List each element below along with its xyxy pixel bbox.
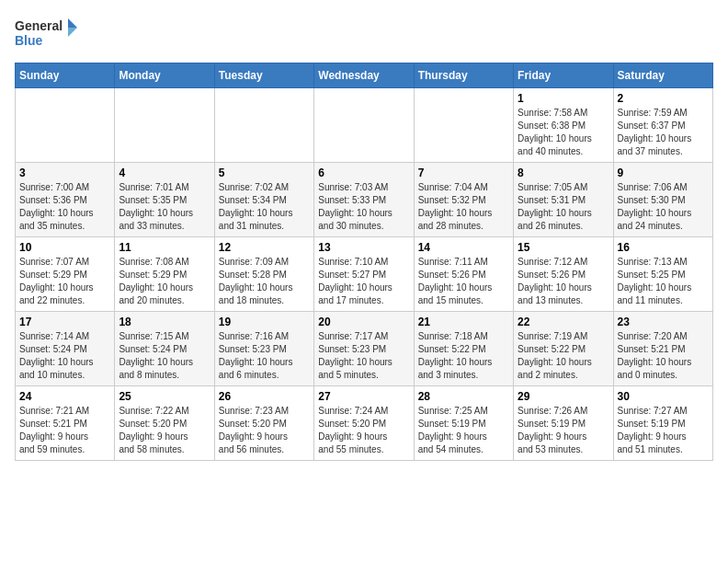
day-info: Sunrise: 7:13 AM Sunset: 5:25 PM Dayligh… [618, 256, 709, 307]
day-number: 25 [119, 390, 210, 403]
calendar-cell: 23Sunrise: 7:20 AM Sunset: 5:21 PM Dayli… [613, 312, 712, 386]
day-number: 10 [19, 241, 110, 254]
weekday-sunday: Sunday [16, 63, 115, 88]
calendar-cell: 4Sunrise: 7:01 AM Sunset: 5:35 PM Daylig… [115, 163, 214, 237]
day-number: 29 [518, 390, 609, 403]
day-number: 21 [418, 316, 509, 328]
header: GeneralBlue [15, 15, 713, 52]
day-number: 7 [418, 167, 509, 179]
calendar-cell [414, 88, 513, 163]
day-number: 9 [618, 167, 709, 179]
day-number: 12 [219, 241, 310, 254]
calendar-cell: 25Sunrise: 7:22 AM Sunset: 5:20 PM Dayli… [115, 386, 214, 461]
calendar-cell: 14Sunrise: 7:11 AM Sunset: 5:26 PM Dayli… [414, 237, 513, 312]
day-number: 15 [518, 241, 609, 254]
day-info: Sunrise: 7:10 AM Sunset: 5:27 PM Dayligh… [318, 256, 409, 307]
calendar: SundayMondayTuesdayWednesdayThursdayFrid… [15, 63, 713, 461]
calendar-cell [314, 88, 414, 163]
day-number: 3 [19, 167, 110, 179]
svg-text:General: General [15, 18, 63, 33]
calendar-cell: 10Sunrise: 7:07 AM Sunset: 5:29 PM Dayli… [16, 237, 115, 312]
calendar-cell: 20Sunrise: 7:17 AM Sunset: 5:23 PM Dayli… [314, 312, 414, 386]
day-number: 1 [518, 92, 609, 105]
day-number: 19 [219, 316, 310, 328]
day-info: Sunrise: 7:27 AM Sunset: 5:19 PM Dayligh… [618, 405, 709, 456]
day-number: 13 [318, 241, 409, 254]
day-info: Sunrise: 7:03 AM Sunset: 5:33 PM Dayligh… [318, 181, 409, 233]
calendar-cell: 18Sunrise: 7:15 AM Sunset: 5:24 PM Dayli… [115, 312, 214, 386]
calendar-week-2: 3Sunrise: 7:00 AM Sunset: 5:36 PM Daylig… [16, 163, 713, 237]
weekday-monday: Monday [115, 63, 214, 88]
calendar-cell: 13Sunrise: 7:10 AM Sunset: 5:27 PM Dayli… [314, 237, 414, 312]
calendar-cell [16, 88, 115, 163]
day-info: Sunrise: 7:11 AM Sunset: 5:26 PM Dayligh… [418, 256, 509, 307]
calendar-body: 1Sunrise: 7:58 AM Sunset: 6:38 PM Daylig… [16, 88, 713, 461]
weekday-header-row: SundayMondayTuesdayWednesdayThursdayFrid… [16, 63, 713, 88]
day-info: Sunrise: 7:20 AM Sunset: 5:21 PM Dayligh… [618, 330, 709, 382]
day-number: 6 [318, 167, 409, 179]
calendar-cell: 5Sunrise: 7:02 AM Sunset: 5:34 PM Daylig… [214, 163, 313, 237]
svg-marker-2 [68, 18, 77, 28]
day-number: 16 [618, 241, 709, 254]
day-number: 17 [19, 316, 110, 328]
day-number: 23 [618, 316, 709, 328]
day-info: Sunrise: 7:23 AM Sunset: 5:20 PM Dayligh… [219, 405, 310, 456]
calendar-cell: 9Sunrise: 7:06 AM Sunset: 5:30 PM Daylig… [613, 163, 712, 237]
svg-marker-3 [68, 28, 77, 37]
svg-text:Blue: Blue [15, 33, 43, 48]
calendar-header: SundayMondayTuesdayWednesdayThursdayFrid… [16, 63, 713, 88]
day-number: 5 [219, 167, 310, 179]
day-info: Sunrise: 7:16 AM Sunset: 5:23 PM Dayligh… [219, 330, 310, 382]
day-number: 18 [119, 316, 210, 328]
calendar-cell: 19Sunrise: 7:16 AM Sunset: 5:23 PM Dayli… [214, 312, 313, 386]
calendar-cell: 22Sunrise: 7:19 AM Sunset: 5:22 PM Dayli… [514, 312, 613, 386]
calendar-week-1: 1Sunrise: 7:58 AM Sunset: 6:38 PM Daylig… [16, 88, 713, 163]
day-info: Sunrise: 7:04 AM Sunset: 5:32 PM Dayligh… [418, 181, 509, 233]
day-info: Sunrise: 7:14 AM Sunset: 5:24 PM Dayligh… [19, 330, 110, 382]
day-number: 26 [219, 390, 310, 403]
day-number: 28 [418, 390, 509, 403]
calendar-cell [115, 88, 214, 163]
logo: GeneralBlue [15, 15, 79, 52]
weekday-saturday: Saturday [613, 63, 712, 88]
weekday-tuesday: Tuesday [214, 63, 313, 88]
day-number: 30 [618, 390, 709, 403]
day-info: Sunrise: 7:15 AM Sunset: 5:24 PM Dayligh… [119, 330, 210, 382]
day-info: Sunrise: 7:00 AM Sunset: 5:36 PM Dayligh… [19, 181, 110, 233]
day-info: Sunrise: 7:05 AM Sunset: 5:31 PM Dayligh… [518, 181, 609, 233]
day-info: Sunrise: 7:18 AM Sunset: 5:22 PM Dayligh… [418, 330, 509, 382]
calendar-cell: 29Sunrise: 7:26 AM Sunset: 5:19 PM Dayli… [514, 386, 613, 461]
calendar-cell: 11Sunrise: 7:08 AM Sunset: 5:29 PM Dayli… [115, 237, 214, 312]
calendar-cell: 17Sunrise: 7:14 AM Sunset: 5:24 PM Dayli… [16, 312, 115, 386]
calendar-cell: 1Sunrise: 7:58 AM Sunset: 6:38 PM Daylig… [514, 88, 613, 163]
calendar-cell: 16Sunrise: 7:13 AM Sunset: 5:25 PM Dayli… [613, 237, 712, 312]
calendar-cell: 24Sunrise: 7:21 AM Sunset: 5:21 PM Dayli… [16, 386, 115, 461]
day-info: Sunrise: 7:06 AM Sunset: 5:30 PM Dayligh… [618, 181, 709, 233]
calendar-cell [214, 88, 313, 163]
calendar-cell: 7Sunrise: 7:04 AM Sunset: 5:32 PM Daylig… [414, 163, 513, 237]
weekday-friday: Friday [514, 63, 613, 88]
day-info: Sunrise: 7:25 AM Sunset: 5:19 PM Dayligh… [418, 405, 509, 456]
day-number: 22 [518, 316, 609, 328]
day-number: 2 [618, 92, 709, 105]
calendar-week-5: 24Sunrise: 7:21 AM Sunset: 5:21 PM Dayli… [16, 386, 713, 461]
day-number: 14 [418, 241, 509, 254]
calendar-cell: 2Sunrise: 7:59 AM Sunset: 6:37 PM Daylig… [613, 88, 712, 163]
day-info: Sunrise: 7:26 AM Sunset: 5:19 PM Dayligh… [518, 405, 609, 456]
calendar-cell: 12Sunrise: 7:09 AM Sunset: 5:28 PM Dayli… [214, 237, 313, 312]
calendar-week-4: 17Sunrise: 7:14 AM Sunset: 5:24 PM Dayli… [16, 312, 713, 386]
calendar-cell: 21Sunrise: 7:18 AM Sunset: 5:22 PM Dayli… [414, 312, 513, 386]
day-info: Sunrise: 7:09 AM Sunset: 5:28 PM Dayligh… [219, 256, 310, 307]
calendar-cell: 30Sunrise: 7:27 AM Sunset: 5:19 PM Dayli… [613, 386, 712, 461]
day-number: 27 [318, 390, 409, 403]
day-number: 4 [119, 167, 210, 179]
day-number: 11 [119, 241, 210, 254]
day-info: Sunrise: 7:22 AM Sunset: 5:20 PM Dayligh… [119, 405, 210, 456]
calendar-cell: 26Sunrise: 7:23 AM Sunset: 5:20 PM Dayli… [214, 386, 313, 461]
day-number: 24 [19, 390, 110, 403]
day-info: Sunrise: 7:24 AM Sunset: 5:20 PM Dayligh… [318, 405, 409, 456]
day-number: 8 [518, 167, 609, 179]
day-number: 20 [318, 316, 409, 328]
calendar-cell: 8Sunrise: 7:05 AM Sunset: 5:31 PM Daylig… [514, 163, 613, 237]
calendar-cell: 3Sunrise: 7:00 AM Sunset: 5:36 PM Daylig… [16, 163, 115, 237]
